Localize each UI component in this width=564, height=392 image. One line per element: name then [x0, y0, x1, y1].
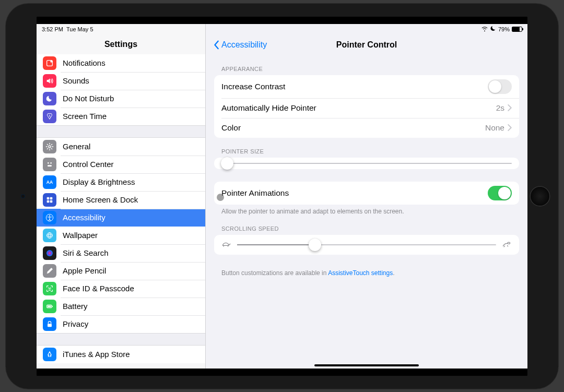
ipad-frame: 3:52 PM Tue May 5 79% Settings Not: [5, 3, 559, 389]
color-row[interactable]: Color None: [214, 118, 519, 138]
sidebar-item-label: Siri & Search: [63, 248, 109, 257]
svg-rect-5: [48, 165, 52, 167]
sidebar-item-label: Notifications: [63, 58, 105, 67]
detail-pane: Accessibility Pointer Control APPEARANCE…: [206, 24, 527, 369]
back-label: Accessibility: [221, 40, 267, 50]
scrolling-speed-slider[interactable]: [237, 244, 496, 245]
nav-header: Accessibility Pointer Control: [206, 34, 527, 55]
pointer-animations-row[interactable]: Pointer Animations: [214, 182, 519, 205]
back-button[interactable]: Accessibility: [213, 40, 267, 50]
sidebar-item-faceid[interactable]: Face ID & Passcode: [37, 280, 205, 298]
sidebar-item-wallpaper[interactable]: Wallpaper: [37, 227, 205, 244]
footer-note: Button customizations are available in A…: [206, 255, 527, 277]
sidebar-item-label: Do Not Disturb: [63, 94, 114, 103]
sidebar-item-general[interactable]: General: [37, 138, 205, 156]
svg-point-16: [46, 250, 53, 256]
svg-point-2: [49, 146, 51, 148]
row-label: Color: [221, 123, 241, 133]
sidebar-item-display[interactable]: AADisplay & Brightness: [37, 173, 205, 191]
svg-rect-9: [47, 200, 50, 203]
auto-hide-value: 2s: [496, 103, 504, 113]
sidebar-item-label: Home Screen & Dock: [63, 195, 138, 204]
sidebar-item-privacy[interactable]: Privacy: [37, 315, 205, 333]
sidebar-item-label: General: [63, 142, 90, 151]
sidebar-title: Settings: [37, 34, 205, 54]
svg-text:AA: AA: [46, 180, 53, 185]
display-icon: AA: [43, 175, 56, 189]
battery-icon: [512, 27, 522, 32]
sidebar-item-label: Screen Time: [63, 112, 107, 121]
home-indicator[interactable]: [314, 364, 419, 366]
sidebar-item-siri[interactable]: Siri & Search: [37, 244, 205, 262]
notifications-icon: [43, 56, 56, 70]
sidebar-item-label: Face ID & Passcode: [63, 284, 134, 293]
pointer-cursor-indicator: [217, 194, 224, 201]
svg-point-3: [48, 162, 49, 164]
sidebar-item-control[interactable]: Control Center: [37, 156, 205, 173]
privacy-icon: [43, 317, 56, 331]
svg-point-12: [49, 215, 50, 216]
section-header-pointer-size: POINTER SIZE: [206, 138, 527, 158]
sidebar-item-label: Control Center: [63, 160, 114, 169]
svg-point-4: [50, 162, 52, 164]
sidebar-item-accessibility[interactable]: Accessibility: [37, 209, 205, 227]
sidebar-item-dnd[interactable]: Do Not Disturb: [37, 90, 205, 108]
hare-icon: [501, 240, 512, 250]
sidebar-item-label: Privacy: [63, 319, 88, 328]
svg-rect-8: [50, 197, 53, 199]
row-label: Pointer Animations: [221, 188, 289, 198]
sidebar-item-screentime[interactable]: Screen Time: [37, 108, 205, 125]
row-label: Automatically Hide Pointer: [221, 103, 316, 113]
pointer-animations-toggle[interactable]: [488, 186, 512, 200]
sidebar-item-appstore[interactable]: iTunes & App Store: [37, 346, 205, 363]
svg-rect-21: [48, 305, 51, 307]
sidebar-item-label: Display & Brightness: [63, 177, 135, 186]
assistivetouch-link[interactable]: AssistiveTouch settings: [328, 269, 393, 277]
pointer-size-slider[interactable]: [221, 163, 512, 164]
increase-contrast-row[interactable]: Increase Contrast: [214, 75, 519, 98]
increase-contrast-toggle[interactable]: [488, 79, 512, 94]
sidebar-item-pencil[interactable]: Apple Pencil: [37, 262, 205, 280]
wallpaper-icon: [43, 229, 56, 242]
sidebar-item-battery[interactable]: Battery: [37, 298, 205, 315]
screen: 3:52 PM Tue May 5 79% Settings Not: [37, 17, 527, 376]
appearance-card: Increase Contrast Automatically Hide Poi…: [214, 75, 519, 138]
status-time: 3:52 PM: [42, 26, 63, 32]
svg-rect-22: [48, 324, 52, 327]
front-camera: [21, 194, 25, 198]
appstore-icon: [43, 348, 56, 361]
svg-rect-10: [50, 200, 53, 203]
sidebar-item-label: Sounds: [63, 76, 89, 85]
accessibility-icon: [43, 211, 56, 224]
scrolling-speed-slider-card: [214, 235, 519, 255]
section-header-scrolling-speed: SCROLLING SPEED: [206, 215, 527, 235]
sidebar-item-label: iTunes & App Store: [63, 350, 130, 359]
pointer-animations-card: Pointer Animations: [214, 182, 519, 205]
battery-icon: [43, 300, 56, 313]
svg-point-17: [49, 288, 49, 288]
home-icon: [43, 193, 56, 207]
sidebar-item-label: Battery: [63, 302, 88, 311]
screentime-icon: [43, 110, 56, 123]
sidebar-item-sounds[interactable]: Sounds: [37, 72, 205, 90]
svg-point-13: [47, 232, 53, 238]
settings-sidebar[interactable]: Settings NotificationsSoundsDo Not Distu…: [37, 24, 206, 369]
sidebar-item-notifications[interactable]: Notifications: [37, 54, 205, 72]
general-icon: [43, 140, 56, 153]
svg-rect-20: [52, 305, 53, 307]
battery-percent: 79%: [498, 26, 510, 32]
status-date: Tue May 5: [66, 26, 93, 32]
sounds-icon: [43, 74, 56, 88]
pencil-icon: [43, 264, 56, 278]
home-button[interactable]: [531, 187, 549, 206]
svg-point-14: [47, 234, 53, 236]
faceid-icon: [43, 282, 56, 295]
sidebar-item-home[interactable]: Home Screen & Dock: [37, 191, 205, 209]
pointer-animations-note: Allow the pointer to animate and adapt t…: [206, 205, 527, 215]
section-header-appearance: APPEARANCE: [206, 55, 527, 75]
auto-hide-pointer-row[interactable]: Automatically Hide Pointer 2s: [214, 98, 519, 118]
row-label: Increase Contrast: [221, 82, 285, 91]
chevron-right-icon: [508, 104, 512, 111]
status-bar: 3:52 PM Tue May 5 79%: [37, 24, 527, 34]
pointer-size-slider-card: [214, 158, 519, 169]
